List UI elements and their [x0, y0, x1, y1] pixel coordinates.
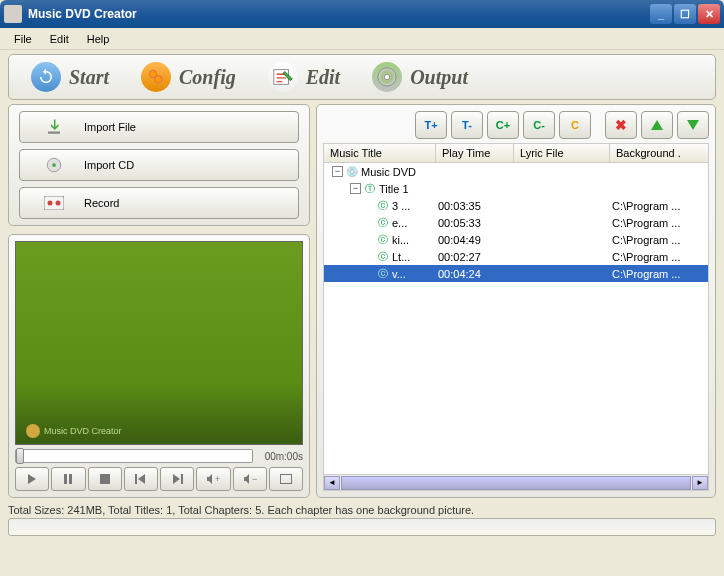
preview-logo: Music DVD Creator: [26, 424, 122, 438]
collapse-icon[interactable]: −: [350, 183, 361, 194]
svg-rect-14: [135, 474, 137, 484]
maximize-button[interactable]: ☐: [674, 4, 696, 24]
svg-rect-8: [44, 196, 64, 210]
scroll-left-icon[interactable]: ◄: [324, 476, 340, 490]
list-toolbar: T+ T- C+ C- C ✖: [323, 111, 709, 139]
chapter-icon: ⓒ: [376, 216, 390, 230]
edit-label: Edit: [306, 66, 340, 89]
chapter-icon: ⓒ: [376, 250, 390, 264]
minimize-button[interactable]: _: [650, 4, 672, 24]
move-up-button[interactable]: [641, 111, 673, 139]
table-row[interactable]: ⓒ Lt... 00:02:27 C:\Program ...: [324, 248, 708, 265]
vol-down-button[interactable]: −: [233, 467, 267, 491]
table-row[interactable]: ⓒ 3 ... 00:03:35 C:\Program ...: [324, 197, 708, 214]
prev-button[interactable]: [124, 467, 158, 491]
play-button[interactable]: [15, 467, 49, 491]
main-toolbar: Start Config Edit Output: [8, 54, 716, 100]
cd-icon: [44, 155, 64, 175]
import-file-label: Import File: [84, 121, 136, 133]
download-icon: [44, 117, 64, 137]
table-row[interactable]: ⓒ e... 00:05:33 C:\Program ...: [324, 214, 708, 231]
seek-slider[interactable]: [15, 449, 253, 463]
menu-file[interactable]: File: [6, 31, 40, 47]
stop-button[interactable]: [88, 467, 122, 491]
col-playtime[interactable]: Play Time: [436, 144, 514, 162]
import-cd-label: Import CD: [84, 159, 134, 171]
svg-point-1: [155, 76, 163, 84]
svg-text:−: −: [252, 474, 257, 484]
svg-rect-5: [48, 132, 60, 134]
config-label: Config: [179, 66, 236, 89]
output-label: Output: [410, 66, 468, 89]
seek-thumb[interactable]: [16, 448, 24, 464]
edit-button[interactable]: Edit: [254, 57, 354, 97]
vol-up-button[interactable]: +: [196, 467, 230, 491]
svg-text:+: +: [215, 474, 220, 484]
svg-rect-11: [64, 474, 67, 484]
close-button[interactable]: ✕: [698, 4, 720, 24]
svg-rect-12: [69, 474, 72, 484]
app-icon: [4, 5, 22, 23]
col-title[interactable]: Music Title: [324, 144, 436, 162]
chapter-icon: ⓒ: [376, 233, 390, 247]
svg-point-10: [56, 201, 61, 206]
col-bg[interactable]: Background .: [610, 144, 708, 162]
svg-rect-18: [280, 474, 292, 484]
menu-help[interactable]: Help: [79, 31, 118, 47]
tree-title[interactable]: − Ⓣ Title 1: [324, 180, 708, 197]
col-lyric[interactable]: Lyric File: [514, 144, 610, 162]
preview-screen[interactable]: Music DVD Creator: [15, 241, 303, 445]
tree-root[interactable]: − 💿 Music DVD: [324, 163, 708, 180]
gear-icon: [141, 62, 171, 92]
time-display: 00m:00s: [259, 451, 303, 462]
record-label: Record: [84, 197, 119, 209]
scroll-thumb[interactable]: [341, 476, 691, 490]
dvd-icon: 💿: [345, 165, 359, 179]
status-text: Total Sizes: 241MB, Total Titles: 1, Tot…: [8, 504, 716, 516]
collapse-icon[interactable]: −: [332, 166, 343, 177]
start-label: Start: [69, 66, 109, 89]
import-file-button[interactable]: Import File: [19, 111, 299, 143]
chapter-edit-button[interactable]: C: [559, 111, 591, 139]
title-delete-button[interactable]: T-: [451, 111, 483, 139]
next-button[interactable]: [160, 467, 194, 491]
restart-icon: [31, 62, 61, 92]
disc-icon: [372, 62, 402, 92]
menu-edit[interactable]: Edit: [42, 31, 77, 47]
cassette-icon: [44, 193, 64, 213]
scroll-right-icon[interactable]: ►: [692, 476, 708, 490]
headphone-icon: [26, 424, 40, 438]
menubar: File Edit Help: [0, 28, 724, 50]
fullscreen-button[interactable]: [269, 467, 303, 491]
output-button[interactable]: Output: [358, 57, 482, 97]
pause-button[interactable]: [51, 467, 85, 491]
table-row[interactable]: ⓒ ki... 00:04:49 C:\Program ...: [324, 231, 708, 248]
import-cd-button[interactable]: Import CD: [19, 149, 299, 181]
chapter-delete-button[interactable]: C-: [523, 111, 555, 139]
record-button[interactable]: Record: [19, 187, 299, 219]
preview-panel: Music DVD Creator 00m:00s + −: [8, 234, 310, 498]
chapter-icon: ⓒ: [376, 199, 390, 213]
config-button[interactable]: Config: [127, 57, 250, 97]
svg-point-7: [52, 163, 56, 167]
chapter-add-button[interactable]: C+: [487, 111, 519, 139]
horizontal-scrollbar[interactable]: ◄ ►: [323, 475, 709, 491]
svg-point-4: [384, 74, 390, 80]
list-body: − 💿 Music DVD − Ⓣ Title 1 ⓒ 3 ... 00:03:…: [323, 163, 709, 475]
title-icon: Ⓣ: [363, 182, 377, 196]
table-row[interactable]: ⓒ v... 00:04:24 C:\Program ...: [324, 265, 708, 282]
chapter-icon: ⓒ: [376, 267, 390, 281]
svg-point-9: [48, 201, 53, 206]
progress-bar: [8, 518, 716, 536]
move-down-button[interactable]: [677, 111, 709, 139]
svg-rect-13: [100, 474, 110, 484]
title-add-button[interactable]: T+: [415, 111, 447, 139]
titlebar: Music DVD Creator _ ☐ ✕: [0, 0, 724, 28]
delete-button[interactable]: ✖: [605, 111, 637, 139]
list-header: Music Title Play Time Lyric File Backgro…: [323, 143, 709, 163]
window-title: Music DVD Creator: [28, 7, 650, 21]
start-button[interactable]: Start: [17, 57, 123, 97]
edit-icon: [268, 62, 298, 92]
import-panel: Import File Import CD Record: [8, 104, 310, 226]
svg-rect-15: [181, 474, 183, 484]
